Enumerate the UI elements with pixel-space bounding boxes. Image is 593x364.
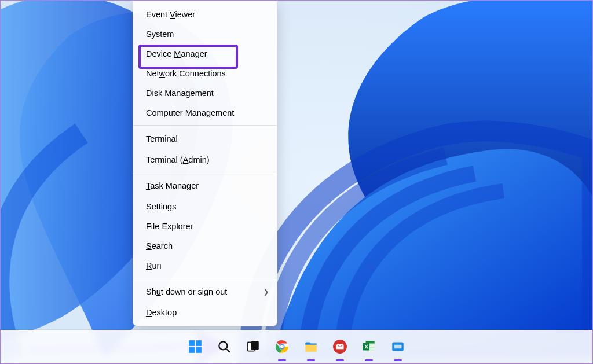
svg-line-7 (226, 349, 229, 352)
menu-item-event-viewer[interactable]: Event Viewer (133, 5, 277, 24)
file-explorer-button[interactable] (301, 337, 321, 356)
menu-item-label: Network Connections (146, 69, 226, 78)
menu-item-shut-down-or-sign-out[interactable]: Shut down or sign out❯ (133, 278, 277, 303)
menu-item-run[interactable]: Run (133, 256, 277, 275)
chrome-button[interactable] (272, 337, 292, 356)
search-button[interactable] (214, 337, 234, 356)
menu-item-label: Shut down or sign out (146, 287, 227, 296)
menu-item-label: Terminal (Admin) (146, 155, 210, 164)
excel-icon (361, 339, 376, 354)
menu-item-label: Desktop (146, 308, 177, 317)
explorer-icon (303, 339, 319, 354)
menu-item-disk-management[interactable]: Disk Management (133, 83, 277, 103)
menu-item-label: Computer Management (146, 108, 234, 117)
windows-icon (188, 339, 203, 354)
menu-item-system[interactable]: System (133, 24, 277, 44)
search-icon (217, 339, 232, 354)
menu-item-file-explorer[interactable]: File Explorer (133, 216, 277, 236)
menu-item-label: Task Manager (146, 181, 199, 190)
menu-item-computer-management[interactable]: Computer Management (133, 103, 277, 123)
menu-item-label: File Explorer (146, 222, 193, 231)
menu-item-terminal-admin[interactable]: Terminal (Admin) (133, 150, 277, 170)
chrome-icon (274, 339, 290, 354)
menu-item-label: Search (146, 241, 173, 251)
menu-item-network-connections[interactable]: Network Connections (133, 64, 277, 83)
start-button[interactable] (185, 337, 205, 356)
svg-rect-5 (196, 347, 202, 353)
menu-item-device-manager[interactable]: Device Manager (133, 44, 277, 64)
menu-item-label: System (146, 30, 174, 39)
excel-button[interactable] (359, 337, 379, 356)
svg-rect-3 (196, 340, 202, 346)
mail-icon (332, 339, 347, 354)
menu-item-settings[interactable]: Settings (133, 197, 277, 216)
menu-item-search[interactable]: Search (133, 236, 277, 256)
svg-rect-9 (251, 341, 259, 350)
svg-rect-4 (189, 347, 195, 353)
svg-point-12 (280, 345, 284, 348)
svg-rect-21 (394, 345, 402, 349)
menu-item-label: Device Manager (146, 49, 207, 58)
task-view-button[interactable] (243, 337, 263, 356)
blueapp-icon (390, 339, 405, 354)
menu-item-terminal[interactable]: Terminal (133, 125, 277, 150)
svg-rect-2 (189, 340, 195, 346)
winx-context-menu[interactable]: Event ViewerSystemDevice ManagerNetwork … (133, 1, 277, 326)
chevron-right-icon: ❯ (263, 288, 269, 296)
menu-item-label: Event Viewer (146, 10, 195, 19)
menu-item-task-manager[interactable]: Task Manager (133, 172, 277, 197)
menu-item-label: Disk Management (146, 89, 214, 98)
menu-item-label: Run (146, 261, 162, 270)
menu-item-desktop[interactable]: Desktop (133, 303, 277, 322)
taskview-icon (246, 339, 261, 354)
app-button[interactable] (388, 337, 408, 356)
svg-point-6 (219, 341, 227, 350)
mail-button[interactable] (330, 337, 350, 356)
menu-item-label: Settings (146, 202, 176, 211)
desktop-wallpaper (1, 1, 592, 363)
menu-item-label: Terminal (146, 134, 178, 144)
taskbar (1, 330, 592, 363)
